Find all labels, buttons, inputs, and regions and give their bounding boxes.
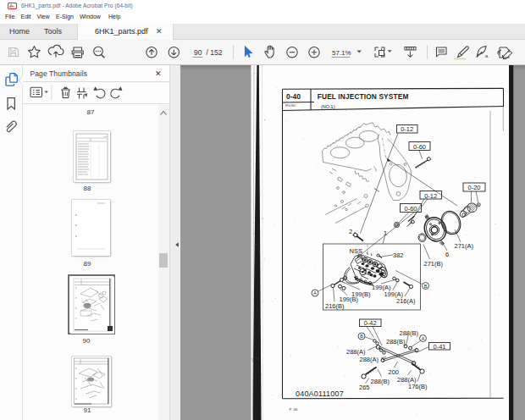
svg-text:2: 2 — [349, 228, 352, 235]
svg-text:200: 200 — [389, 368, 400, 376]
svg-text:57.1%: 57.1% — [332, 49, 351, 57]
svg-text:NSS: NSS — [350, 247, 362, 255]
svg-text:1: 1 — [384, 229, 387, 237]
svg-text:382: 382 — [393, 251, 404, 259]
svg-text:288(B): 288(B) — [386, 338, 406, 345]
svg-text:/ 152: / 152 — [207, 48, 223, 57]
svg-text:B: B — [360, 334, 363, 339]
svg-text:FUEL INJECTION SYSTEM: FUEL INJECTION SYSTEM — [318, 92, 409, 101]
svg-text:0-42: 0-42 — [364, 319, 377, 327]
svg-text:040A0111007: 040A0111007 — [296, 390, 344, 398]
svg-text:0-60: 0-60 — [413, 143, 426, 151]
svg-text:288(B): 288(B) — [400, 329, 419, 337]
svg-text:288(B): 288(B) — [371, 378, 390, 385]
svg-text:P -56: P -56 — [290, 407, 299, 412]
svg-text:0-40: 0-40 — [286, 92, 301, 101]
svg-text:288(A): 288(A) — [346, 348, 366, 356]
svg-text:271(B): 271(B) — [424, 260, 444, 268]
svg-text:0-41: 0-41 — [433, 343, 445, 351]
svg-text:90: 90 — [194, 48, 202, 57]
svg-text:0-12: 0-12 — [424, 192, 437, 200]
svg-text:0-20: 0-20 — [467, 184, 480, 191]
svg-text:FIG NO: FIG NO — [285, 104, 296, 108]
svg-text:176(B): 176(B) — [408, 383, 428, 390]
svg-text:A: A — [313, 290, 317, 296]
svg-text:265: 265 — [359, 384, 370, 391]
svg-text:0-60: 0-60 — [404, 205, 417, 213]
svg-text:216(A): 216(A) — [396, 297, 416, 305]
svg-text:288(A): 288(A) — [360, 356, 379, 363]
svg-text:6: 6 — [445, 251, 449, 258]
svg-text:216(B): 216(B) — [325, 302, 345, 310]
svg-text:271(A): 271(A) — [455, 242, 474, 250]
svg-text:B: B — [424, 284, 428, 289]
svg-text:A: A — [422, 336, 425, 341]
svg-text:a.: a. — [485, 53, 489, 58]
svg-text:(NO.1): (NO.1) — [321, 104, 335, 109]
svg-text:0-12: 0-12 — [401, 125, 413, 133]
